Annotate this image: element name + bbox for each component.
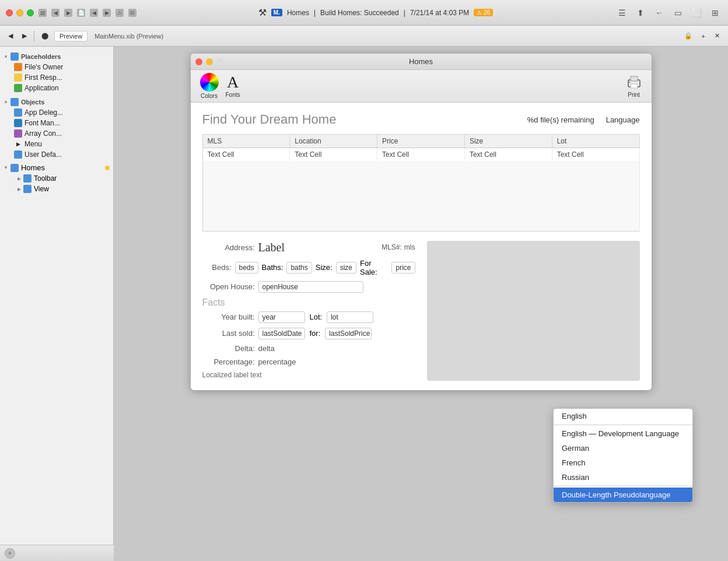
bottom-bar: +: [0, 545, 114, 561]
app-find-title: Find Your Dream Home: [202, 112, 527, 127]
beds-row: Beds: beds Baths: baths Size: size For S…: [202, 259, 415, 276]
nav-back-button[interactable]: ◀: [51, 9, 60, 17]
open-house-row: Open House: openHouse: [202, 281, 415, 293]
preview-button[interactable]: ⬤: [38, 30, 52, 43]
lang-english[interactable]: English: [554, 409, 692, 423]
back-button[interactable]: ←: [652, 6, 666, 20]
fonts-button[interactable]: A Fonts: [226, 74, 240, 98]
app-close-btn[interactable]: [195, 58, 202, 65]
sidebar-item-app-deleg[interactable]: App Deleg...: [0, 107, 113, 118]
files-remaining-text: %d file(s) remaining: [527, 115, 594, 124]
minimize-button[interactable]: [16, 9, 23, 16]
nav-forward-button[interactable]: ▶: [64, 9, 72, 17]
font-man-icon: [14, 119, 22, 127]
objects-disclosure-icon: ▼: [4, 100, 8, 105]
lang-german[interactable]: German: [554, 441, 692, 455]
placeholders-header[interactable]: ▼ Placeholders: [0, 50, 113, 62]
app-deleg-icon: [14, 108, 22, 117]
colors-button[interactable]: Colors: [200, 73, 219, 99]
app-icon: M.: [271, 9, 282, 16]
sidebar-item-font-man[interactable]: Font Man...: [0, 118, 113, 128]
toolbar-toggle-button[interactable]: ▤: [38, 9, 47, 17]
baths-field[interactable]: baths: [286, 262, 312, 274]
maximize-button[interactable]: [27, 9, 34, 16]
cell-mls: Text Cell: [202, 148, 290, 162]
mls-value: mls: [404, 243, 415, 251]
sidebar-item-first-resp[interactable]: First Resp...: [0, 72, 113, 83]
lot-field[interactable]: lot: [327, 311, 373, 323]
close-button[interactable]: [6, 9, 13, 16]
share-button[interactable]: ⬆: [634, 6, 648, 20]
new-file-button[interactable]: 📄: [77, 9, 85, 17]
localized-label: Localized label text: [202, 371, 415, 379]
app-main-content: Find Your Dream Home %d file(s) remainin…: [191, 103, 652, 390]
delta-label: Delta:: [202, 344, 255, 353]
year-built-field[interactable]: year: [258, 311, 305, 323]
first-resp-icon: [14, 73, 22, 82]
file-tab[interactable]: MainMenu.xib (Preview): [90, 31, 168, 41]
beds-field[interactable]: beds: [235, 262, 258, 274]
app-zoom-btn[interactable]: [216, 58, 223, 65]
application-icon: [14, 84, 22, 92]
multi-view-button[interactable]: ⊞: [708, 6, 722, 20]
svg-rect-1: [631, 76, 638, 81]
content-area: Homes Colors A Fonts: [114, 47, 728, 561]
baths-label: Baths:: [262, 263, 284, 272]
add-object-button[interactable]: +: [5, 548, 15, 559]
print-button[interactable]: Print: [626, 74, 642, 98]
warning-icon: ⚠: [116, 9, 124, 17]
app-traffic-lights: [195, 58, 223, 65]
single-view-button[interactable]: ▭: [671, 6, 685, 20]
homes-row[interactable]: ▼ Homes: [0, 162, 113, 173]
size-label: Size:: [316, 263, 332, 272]
last-sold-field[interactable]: lastSoldDate: [258, 328, 305, 339]
col-size: Size: [464, 135, 552, 148]
first-resp-label: First Resp...: [24, 73, 62, 82]
sidebar: ▼ Placeholders File's Owner First Resp..…: [0, 47, 114, 561]
sidebar-item-menu[interactable]: ▶ Menu: [0, 139, 113, 149]
close-tab-button[interactable]: ✕: [711, 30, 723, 43]
warning-nav-back[interactable]: ◀: [90, 9, 98, 17]
forward-nav-button[interactable]: ▶: [19, 30, 30, 43]
build-status: Build Homes: Succeeded: [320, 9, 399, 17]
for-sale-field[interactable]: price: [391, 262, 415, 274]
percentage-row: Percentage: percentage: [202, 357, 415, 366]
objects-header[interactable]: ▼ Objects: [0, 96, 113, 107]
sidebar-item-toolbar[interactable]: ▶ Toolbar: [0, 173, 113, 184]
lang-russian[interactable]: Russian: [554, 470, 692, 485]
warning-nav-forward[interactable]: ▶: [103, 9, 111, 17]
split-view-button[interactable]: ⬜: [690, 6, 704, 20]
lock-button[interactable]: 🔒: [681, 30, 696, 43]
user-defa-icon: [14, 150, 22, 159]
back-nav-button[interactable]: ◀: [5, 30, 16, 43]
sidebar-item-array-con[interactable]: Array Con...: [0, 128, 113, 139]
open-house-field[interactable]: openHouse: [258, 281, 363, 293]
sidebar-item-view[interactable]: ▶ View: [0, 184, 113, 194]
user-defa-label: User Defa...: [24, 150, 62, 159]
sidebar-item-application[interactable]: Application: [0, 83, 113, 93]
colors-wheel-icon: [200, 73, 219, 92]
col-location: Location: [290, 135, 377, 148]
cell-location: Text Cell: [290, 148, 377, 162]
list-view-button[interactable]: ☰: [615, 6, 629, 20]
placeholders-icon: [10, 52, 19, 61]
sidebar-item-user-defa[interactable]: User Defa...: [0, 149, 113, 160]
titlebar-center: ⚒ M. Homes | Build Homes: Succeeded | 7/…: [141, 7, 610, 18]
app-minimize-btn[interactable]: [206, 58, 213, 65]
lang-english-dev[interactable]: English — Development Language: [554, 426, 692, 441]
files-owner-icon: [14, 63, 22, 71]
layout-btn[interactable]: ⊟: [128, 9, 136, 17]
titlebar: ▤ ◀ ▶ 📄 ◀ ▶ ⚠ ⊟ ⚒ M. Homes | Build Homes…: [0, 0, 728, 26]
size-field[interactable]: size: [336, 262, 356, 274]
add-tab-button[interactable]: +: [698, 30, 709, 43]
lang-double-length[interactable]: Double-Length Pseudolanguage: [554, 488, 692, 502]
lang-french[interactable]: French: [554, 455, 692, 470]
font-man-label: Font Man...: [24, 119, 60, 127]
sidebar-item-files-owner[interactable]: File's Owner: [0, 62, 113, 72]
for-field[interactable]: lastSoldPrice: [325, 328, 372, 339]
language-button[interactable]: Language: [606, 115, 640, 124]
print-icon: [626, 74, 642, 90]
separator1: |: [314, 9, 316, 17]
preview-tab[interactable]: Preview: [54, 31, 88, 41]
sec-toolbar-right: 🔒 + ✕: [681, 30, 723, 43]
